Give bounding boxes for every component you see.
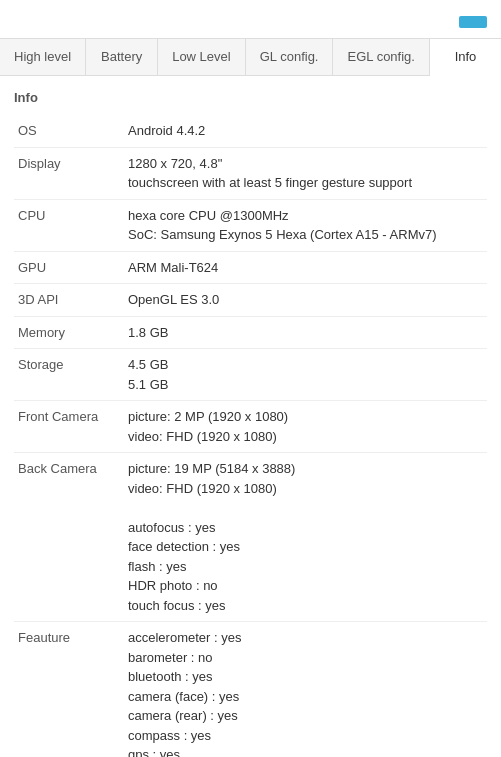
row-value: accelerometer : yesbarometer : nobluetoo… (124, 622, 487, 758)
tab-high-level[interactable]: High level (0, 39, 86, 75)
page-header (0, 0, 501, 38)
tab-low-level[interactable]: Low Level (158, 39, 246, 75)
tab-info[interactable]: Info (430, 39, 501, 76)
row-value: 1280 x 720, 4.8"touchscreen with at leas… (124, 147, 487, 199)
table-row: GPUARM Mali-T624 (14, 251, 487, 284)
table-row: Storage4.5 GB5.1 GB (14, 349, 487, 401)
row-value: Android 4.4.2 (124, 115, 487, 147)
table-row: CPUhexa core CPU @1300MHzSoC: Samsung Ex… (14, 199, 487, 251)
row-value: 1.8 GB (124, 316, 487, 349)
table-row: Memory1.8 GB (14, 316, 487, 349)
tab-gl-config[interactable]: GL config. (246, 39, 334, 75)
table-row: Front Camerapicture: 2 MP (1920 x 1080)v… (14, 401, 487, 453)
row-value: ARM Mali-T624 (124, 251, 487, 284)
row-key: Feauture (14, 622, 124, 758)
row-value: 4.5 GB5.1 GB (124, 349, 487, 401)
info-table: OSAndroid 4.4.2Display1280 x 720, 4.8"to… (14, 115, 487, 757)
row-key: Front Camera (14, 401, 124, 453)
main-content: Info OSAndroid 4.4.2Display1280 x 720, 4… (0, 76, 501, 757)
row-key: 3D API (14, 284, 124, 317)
row-value: picture: 2 MP (1920 x 1080)video: FHD (1… (124, 401, 487, 453)
table-row: Display1280 x 720, 4.8"touchscreen with … (14, 147, 487, 199)
tab-battery[interactable]: Battery (86, 39, 158, 75)
table-row: Feautureaccelerometer : yesbarometer : n… (14, 622, 487, 758)
tab-bar: High level Battery Low Level GL config. … (0, 38, 501, 76)
row-key: Display (14, 147, 124, 199)
row-value: picture: 19 MP (5184 x 3888)video: FHD (… (124, 453, 487, 622)
section-label: Info (14, 90, 487, 105)
table-row: OSAndroid 4.4.2 (14, 115, 487, 147)
row-key: OS (14, 115, 124, 147)
row-key: CPU (14, 199, 124, 251)
row-value: OpenGL ES 3.0 (124, 284, 487, 317)
compare-button[interactable] (459, 16, 487, 28)
tab-egl-config[interactable]: EGL config. (333, 39, 429, 75)
row-key: Back Camera (14, 453, 124, 622)
table-row: 3D APIOpenGL ES 3.0 (14, 284, 487, 317)
row-key: GPU (14, 251, 124, 284)
row-value: hexa core CPU @1300MHzSoC: Samsung Exyno… (124, 199, 487, 251)
row-key: Memory (14, 316, 124, 349)
table-row: Back Camerapicture: 19 MP (5184 x 3888)v… (14, 453, 487, 622)
row-key: Storage (14, 349, 124, 401)
